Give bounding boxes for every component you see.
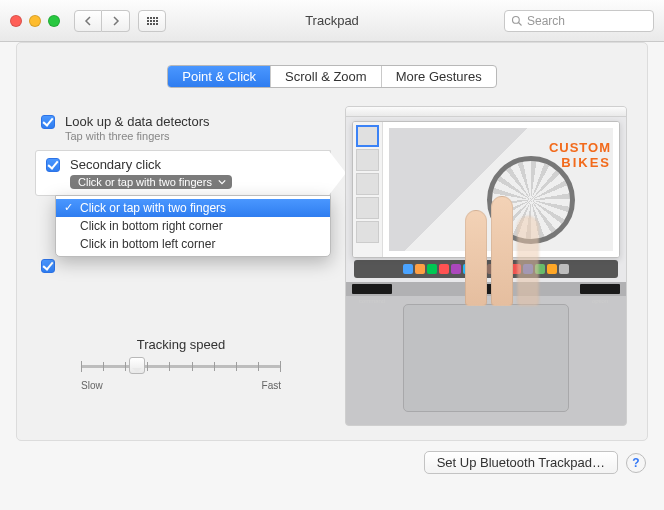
secondary-dropdown: Click or tap with two fingers Click in b… [55, 195, 331, 257]
close-icon[interactable] [10, 15, 22, 27]
window-controls [10, 15, 60, 27]
tab-point-click[interactable]: Point & Click [168, 66, 271, 87]
option-lookup: Look up & data detectors Tap with three … [31, 106, 331, 150]
back-button[interactable] [74, 10, 102, 32]
preview-trackpad [403, 304, 569, 412]
checkbox-secondary[interactable] [46, 158, 60, 172]
secondary-select-value: Click or tap with two fingers [78, 176, 212, 188]
help-button[interactable]: ? [626, 453, 646, 473]
pref-panel: Point & Click Scroll & Zoom More Gesture… [16, 42, 648, 441]
search-placeholder: Search [527, 14, 565, 28]
preview-hand [453, 186, 563, 306]
search-icon [511, 15, 523, 27]
gesture-preview: CUSTOM BIKES command command option [345, 106, 627, 426]
secondary-select[interactable]: Click or tap with two fingers [70, 175, 232, 189]
show-all-button[interactable] [138, 10, 166, 32]
bluetooth-button[interactable]: Set Up Bluetooth Trackpad… [424, 451, 618, 474]
forward-button[interactable] [102, 10, 130, 32]
grid-icon [147, 17, 158, 25]
preview-menubar [346, 107, 626, 117]
footer: Set Up Bluetooth Trackpad… ? [0, 451, 664, 484]
tab-bar: Point & Click Scroll & Zoom More Gesture… [167, 65, 496, 88]
dropdown-item-2[interactable]: Click in bottom left corner [56, 235, 330, 253]
tab-more-gestures[interactable]: More Gestures [382, 66, 496, 87]
tracking-speed: Tracking speed Slow Fast [31, 337, 331, 391]
slider-min: Slow [81, 380, 103, 391]
dropdown-item-0[interactable]: Click or tap with two fingers [56, 199, 330, 217]
search-input[interactable]: Search [504, 10, 654, 32]
dropdown-item-1[interactable]: Click in bottom right corner [56, 217, 330, 235]
preview-text-2: BIKES [549, 155, 611, 170]
svg-point-0 [513, 16, 520, 23]
tracking-slider[interactable] [81, 356, 281, 376]
option-lookup-title: Look up & data detectors [65, 114, 210, 129]
checkbox-extra[interactable] [41, 259, 55, 273]
option-secondary: Secondary click Click or tap with two fi… [35, 150, 331, 196]
svg-line-1 [519, 22, 522, 25]
chevron-down-icon [218, 178, 226, 186]
checkbox-lookup[interactable] [41, 115, 55, 129]
option-lookup-sub: Tap with three fingers [65, 130, 210, 142]
titlebar: Trackpad Search [0, 0, 664, 42]
preview-text-1: CUSTOM [549, 140, 611, 155]
nav-buttons [74, 10, 130, 32]
minimize-icon[interactable] [29, 15, 41, 27]
option-secondary-title: Secondary click [70, 157, 232, 172]
options-column: Look up & data detectors Tap with three … [31, 106, 331, 426]
slider-max: Fast [262, 380, 281, 391]
tab-scroll-zoom[interactable]: Scroll & Zoom [271, 66, 382, 87]
slider-knob[interactable] [129, 357, 145, 374]
zoom-icon[interactable] [48, 15, 60, 27]
tracking-label: Tracking speed [31, 337, 331, 352]
